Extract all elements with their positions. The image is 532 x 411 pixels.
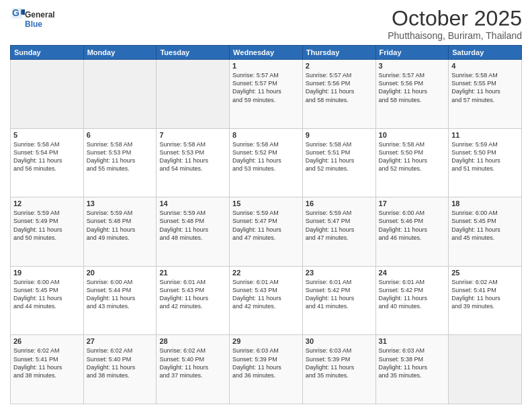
day-info: Sunrise: 5:57 AM Sunset: 5:56 PM Dayligh… [306, 71, 373, 104]
day-number: 21 [159, 269, 226, 277]
location-subtitle: Phutthaisong, Buriram, Thailand [388, 30, 522, 41]
calendar-week-4: 19Sunrise: 6:00 AM Sunset: 5:45 PM Dayli… [11, 266, 522, 335]
day-info: Sunrise: 5:59 AM Sunset: 5:48 PM Dayligh… [87, 209, 154, 242]
day-number: 6 [87, 131, 154, 139]
day-info: Sunrise: 5:57 AM Sunset: 5:56 PM Dayligh… [379, 71, 446, 104]
day-number: 9 [306, 131, 373, 139]
month-year-title: October 2025 [388, 7, 522, 30]
table-row: 24Sunrise: 6:01 AM Sunset: 5:42 PM Dayli… [375, 266, 449, 335]
day-info: Sunrise: 5:58 AM Sunset: 5:55 PM Dayligh… [451, 71, 519, 104]
table-row: 8Sunrise: 5:58 AM Sunset: 5:52 PM Daylig… [230, 128, 303, 197]
day-number: 27 [87, 337, 154, 345]
day-number: 10 [379, 131, 446, 139]
day-info: Sunrise: 5:59 AM Sunset: 5:48 PM Dayligh… [159, 209, 226, 242]
table-row: 5Sunrise: 5:58 AM Sunset: 5:54 PM Daylig… [11, 128, 84, 197]
table-row: 19Sunrise: 6:00 AM Sunset: 5:45 PM Dayli… [11, 266, 84, 335]
table-row: 7Sunrise: 5:58 AM Sunset: 5:53 PM Daylig… [157, 128, 230, 197]
calendar-table: Sunday Monday Tuesday Wednesday Thursday… [10, 45, 522, 404]
day-info: Sunrise: 5:58 AM Sunset: 5:50 PM Dayligh… [379, 140, 446, 173]
day-info: Sunrise: 6:02 AM Sunset: 5:40 PM Dayligh… [87, 347, 154, 379]
day-info: Sunrise: 6:01 AM Sunset: 5:42 PM Dayligh… [306, 278, 373, 311]
day-info: Sunrise: 6:03 AM Sunset: 5:39 PM Dayligh… [306, 347, 373, 379]
day-number: 4 [451, 62, 519, 70]
svg-text:Blue: Blue [25, 19, 42, 29]
col-wednesday: Wednesday [230, 46, 303, 60]
day-info: Sunrise: 6:03 AM Sunset: 5:39 PM Dayligh… [232, 347, 300, 379]
title-block: October 2025 Phutthaisong, Buriram, Thai… [388, 7, 522, 41]
day-info: Sunrise: 6:01 AM Sunset: 5:43 PM Dayligh… [159, 278, 226, 311]
table-row [157, 60, 230, 129]
logo: General Blue G [10, 7, 57, 32]
day-number: 3 [379, 62, 446, 70]
table-row: 10Sunrise: 5:58 AM Sunset: 5:50 PM Dayli… [375, 128, 449, 197]
table-row: 16Sunrise: 5:59 AM Sunset: 5:47 PM Dayli… [302, 197, 375, 267]
day-info: Sunrise: 6:00 AM Sunset: 5:45 PM Dayligh… [13, 278, 81, 311]
day-info: Sunrise: 6:02 AM Sunset: 5:41 PM Dayligh… [13, 347, 81, 379]
col-sunday: Sunday [11, 46, 84, 60]
table-row: 14Sunrise: 5:59 AM Sunset: 5:48 PM Dayli… [157, 197, 230, 267]
day-number: 15 [232, 199, 300, 208]
day-info: Sunrise: 5:59 AM Sunset: 5:47 PM Dayligh… [232, 209, 300, 242]
col-monday: Monday [83, 46, 157, 60]
table-row: 22Sunrise: 6:01 AM Sunset: 5:43 PM Dayli… [230, 266, 303, 335]
table-row: 18Sunrise: 6:00 AM Sunset: 5:45 PM Dayli… [449, 197, 522, 267]
day-info: Sunrise: 5:57 AM Sunset: 5:57 PM Dayligh… [232, 71, 300, 104]
table-row: 9Sunrise: 5:58 AM Sunset: 5:51 PM Daylig… [302, 128, 375, 197]
table-row: 1Sunrise: 5:57 AM Sunset: 5:57 PM Daylig… [230, 60, 303, 129]
day-number: 5 [13, 131, 81, 139]
svg-text:General: General [25, 10, 55, 19]
day-number: 25 [451, 269, 519, 277]
col-tuesday: Tuesday [157, 46, 230, 60]
day-number: 19 [13, 269, 81, 277]
table-row: 28Sunrise: 6:02 AM Sunset: 5:40 PM Dayli… [157, 335, 230, 404]
day-info: Sunrise: 6:01 AM Sunset: 5:43 PM Dayligh… [232, 278, 300, 311]
table-row: 13Sunrise: 5:59 AM Sunset: 5:48 PM Dayli… [83, 197, 157, 267]
day-info: Sunrise: 6:00 AM Sunset: 5:46 PM Dayligh… [379, 209, 446, 242]
table-row: 29Sunrise: 6:03 AM Sunset: 5:39 PM Dayli… [230, 335, 303, 404]
logo-icon: General Blue G [10, 7, 57, 32]
calendar-week-3: 12Sunrise: 5:59 AM Sunset: 5:49 PM Dayli… [11, 197, 522, 267]
day-number: 23 [306, 269, 373, 277]
day-number: 16 [306, 199, 373, 208]
day-number: 2 [306, 62, 373, 70]
svg-text:G: G [12, 7, 19, 18]
day-number: 26 [13, 337, 81, 345]
day-number: 11 [451, 131, 519, 139]
day-number: 1 [232, 62, 300, 70]
table-row: 12Sunrise: 5:59 AM Sunset: 5:49 PM Dayli… [11, 197, 84, 267]
day-number: 31 [379, 337, 446, 345]
table-row: 21Sunrise: 6:01 AM Sunset: 5:43 PM Dayli… [157, 266, 230, 335]
day-number: 12 [13, 199, 81, 208]
table-row [449, 335, 522, 404]
day-info: Sunrise: 5:59 AM Sunset: 5:50 PM Dayligh… [451, 140, 519, 173]
table-row: 27Sunrise: 6:02 AM Sunset: 5:40 PM Dayli… [83, 335, 157, 404]
calendar-week-2: 5Sunrise: 5:58 AM Sunset: 5:54 PM Daylig… [11, 128, 522, 197]
day-number: 20 [87, 269, 154, 277]
day-info: Sunrise: 5:58 AM Sunset: 5:54 PM Dayligh… [13, 140, 81, 173]
table-row [11, 60, 84, 129]
svg-marker-6 [22, 9, 25, 15]
day-info: Sunrise: 5:58 AM Sunset: 5:53 PM Dayligh… [159, 140, 226, 173]
table-row: 23Sunrise: 6:01 AM Sunset: 5:42 PM Dayli… [302, 266, 375, 335]
table-row: 11Sunrise: 5:59 AM Sunset: 5:50 PM Dayli… [449, 128, 522, 197]
day-number: 22 [232, 269, 300, 277]
table-row: 31Sunrise: 6:03 AM Sunset: 5:38 PM Dayli… [375, 335, 449, 404]
header-row: Sunday Monday Tuesday Wednesday Thursday… [11, 46, 522, 60]
day-number: 7 [159, 131, 226, 139]
day-number: 13 [87, 199, 154, 208]
day-info: Sunrise: 6:01 AM Sunset: 5:42 PM Dayligh… [379, 278, 446, 311]
day-number: 24 [379, 269, 446, 277]
table-row: 3Sunrise: 5:57 AM Sunset: 5:56 PM Daylig… [375, 60, 449, 129]
day-number: 30 [306, 337, 373, 345]
table-row: 6Sunrise: 5:58 AM Sunset: 5:53 PM Daylig… [83, 128, 157, 197]
day-info: Sunrise: 6:02 AM Sunset: 5:41 PM Dayligh… [451, 278, 519, 311]
day-number: 8 [232, 131, 300, 139]
table-row: 26Sunrise: 6:02 AM Sunset: 5:41 PM Dayli… [11, 335, 84, 404]
table-row: 2Sunrise: 5:57 AM Sunset: 5:56 PM Daylig… [302, 60, 375, 129]
calendar-week-5: 26Sunrise: 6:02 AM Sunset: 5:41 PM Dayli… [11, 335, 522, 404]
day-info: Sunrise: 5:58 AM Sunset: 5:51 PM Dayligh… [306, 140, 373, 173]
day-info: Sunrise: 5:58 AM Sunset: 5:52 PM Dayligh… [232, 140, 300, 173]
header: General Blue G October 2025 Phutthaisong… [10, 7, 522, 41]
day-info: Sunrise: 6:00 AM Sunset: 5:45 PM Dayligh… [451, 209, 519, 242]
col-saturday: Saturday [449, 46, 522, 60]
